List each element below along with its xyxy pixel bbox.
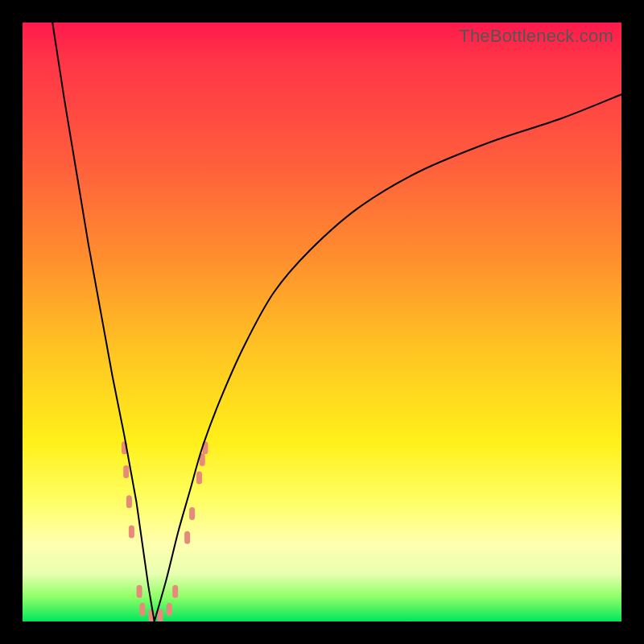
curve-left-arm xyxy=(52,23,155,621)
plot-area: TheBottleneck.com xyxy=(23,23,621,621)
data-marker xyxy=(167,603,172,616)
data-marker xyxy=(129,525,134,538)
data-marker xyxy=(123,465,129,478)
markers-group xyxy=(122,441,208,621)
data-marker xyxy=(172,585,178,598)
chart-frame: TheBottleneck.com xyxy=(0,0,644,644)
data-marker xyxy=(158,609,163,621)
data-marker xyxy=(189,507,195,520)
data-marker xyxy=(139,603,145,616)
data-marker xyxy=(184,531,190,544)
curve-layer xyxy=(23,23,621,621)
data-marker xyxy=(137,585,142,598)
data-marker xyxy=(126,495,132,508)
data-marker xyxy=(196,471,202,484)
curve-right-arm xyxy=(155,94,621,621)
